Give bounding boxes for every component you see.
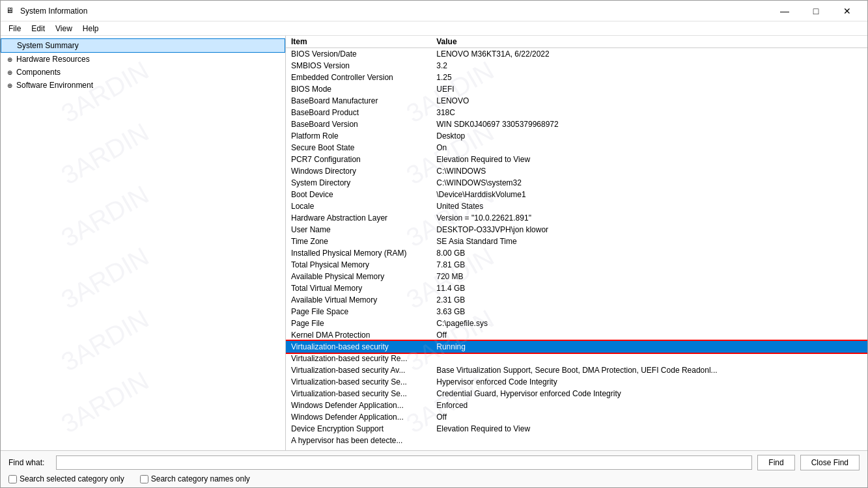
- menu-help[interactable]: Help: [77, 23, 104, 34]
- window-controls: — □ ✕: [770, 1, 862, 21]
- table-row[interactable]: Secure Boot StateOn: [286, 142, 867, 154]
- table-cell-value: [431, 353, 867, 364]
- search-names-checkbox[interactable]: [140, 475, 148, 483]
- table-cell-value: Off: [431, 411, 867, 423]
- table-cell-item: Time Zone: [286, 236, 431, 247]
- table-row[interactable]: A hypervisor has been detecte...: [286, 435, 867, 446]
- minimize-button[interactable]: —: [770, 1, 800, 21]
- table-row[interactable]: Available Physical Memory720 MB: [286, 271, 867, 282]
- table-cell-value: 3.2: [431, 60, 867, 72]
- table-row[interactable]: Page File Space3.63 GB: [286, 306, 867, 318]
- menu-bar: File Edit View Help: [1, 21, 867, 36]
- table-row[interactable]: BaseBoard VersionWIN SDK0J40697 33053799…: [286, 118, 867, 130]
- search-names-label[interactable]: Search category names only: [140, 474, 250, 483]
- search-names-text: Search category names only: [151, 474, 250, 483]
- table-cell-value: On: [431, 142, 867, 154]
- table-row[interactable]: Total Physical Memory7.81 GB: [286, 259, 867, 271]
- table-row[interactable]: Total Virtual Memory11.4 GB: [286, 282, 867, 294]
- table-row[interactable]: Hardware Abstraction LayerVersion = "10.…: [286, 212, 867, 224]
- table-cell-value: 318C: [431, 107, 867, 118]
- menu-edit[interactable]: Edit: [26, 23, 50, 34]
- menu-view[interactable]: View: [50, 23, 77, 34]
- tree-item-hardware-resources[interactable]: ⊕ Hardware Resources: [1, 53, 285, 66]
- table-row[interactable]: Embedded Controller Version1.25: [286, 72, 867, 83]
- table-row[interactable]: Available Virtual Memory2.31 GB: [286, 294, 867, 306]
- table-row[interactable]: Windows Defender Application...Enforced: [286, 400, 867, 411]
- expander-software-environment: ⊕: [5, 80, 15, 90]
- search-selected-checkbox[interactable]: [8, 475, 17, 483]
- menu-file[interactable]: File: [3, 23, 26, 34]
- table-row[interactable]: Kernel DMA ProtectionOff: [286, 329, 867, 341]
- table-row[interactable]: PCR7 ConfigurationElevation Required to …: [286, 154, 867, 165]
- tree-item-system-summary[interactable]: System Summary: [1, 38, 285, 53]
- tree-item-software-environment[interactable]: ⊕ Software Environment: [1, 79, 285, 92]
- table-cell-value: DESKTOP-O33JVPH\jon klowor: [431, 224, 867, 236]
- close-button[interactable]: ✕: [832, 1, 862, 21]
- table-cell-value: United States: [431, 200, 867, 212]
- table-row[interactable]: LocaleUnited States: [286, 200, 867, 212]
- tree-label-components: Components: [16, 68, 281, 77]
- table-cell-item: Available Physical Memory: [286, 271, 431, 282]
- table-cell-item: Page File Space: [286, 306, 431, 318]
- table-cell-item: Available Virtual Memory: [286, 294, 431, 306]
- bottom-bar: Find what: Find Close Find Search select…: [1, 450, 867, 487]
- table-row[interactable]: Time ZoneSE Asia Standard Time: [286, 236, 867, 247]
- table-row[interactable]: Windows Defender Application...Off: [286, 411, 867, 423]
- tree-label-hardware-resources: Hardware Resources: [16, 55, 281, 64]
- table-row[interactable]: Boot Device\Device\HarddiskVolume1: [286, 189, 867, 200]
- table-cell-item: A hypervisor has been detecte...: [286, 435, 431, 446]
- title-bar-left: 🖥 System Information: [6, 6, 87, 16]
- table-cell-item: Total Virtual Memory: [286, 282, 431, 294]
- left-panel: System Summary ⊕ Hardware Resources ⊕ Co…: [1, 36, 286, 450]
- find-input[interactable]: [56, 455, 752, 470]
- table-cell-value: SE Asia Standard Time: [431, 236, 867, 247]
- table-row[interactable]: Virtualization-based security Se...Hyper…: [286, 376, 867, 388]
- table-cell-item: System Directory: [286, 177, 431, 189]
- table-row[interactable]: Virtualization-based security Re...: [286, 353, 867, 364]
- table-cell-item: Locale: [286, 200, 431, 212]
- close-find-button[interactable]: Close Find: [800, 455, 860, 470]
- table-row[interactable]: Virtualization-based security Av...Base …: [286, 364, 867, 376]
- table-row[interactable]: BaseBoard ManufacturerLENOVO: [286, 95, 867, 107]
- table-cell-value: LENOVO: [431, 95, 867, 107]
- table-cell-item: Windows Defender Application...: [286, 411, 431, 423]
- search-selected-text: Search selected category only: [20, 474, 124, 483]
- table-cell-item: Installed Physical Memory (RAM): [286, 247, 431, 259]
- data-table: Item Value BIOS Version/DateLENOVO M36KT…: [286, 36, 867, 446]
- table-cell-value: 7.81 GB: [431, 259, 867, 271]
- table-cell-value: Base Virtualization Support, Secure Boot…: [431, 364, 867, 376]
- table-row[interactable]: Installed Physical Memory (RAM)8.00 GB: [286, 247, 867, 259]
- table-row[interactable]: Windows DirectoryC:\WINDOWS: [286, 165, 867, 177]
- table-row[interactable]: BaseBoard Product318C: [286, 107, 867, 118]
- table-cell-item: Total Physical Memory: [286, 259, 431, 271]
- find-row: Find what: Find Close Find: [8, 455, 860, 470]
- table-row[interactable]: BIOS ModeUEFI: [286, 83, 867, 95]
- table-row[interactable]: SMBIOS Version3.2: [286, 60, 867, 72]
- title-bar: 🖥 System Information — □ ✕: [1, 1, 867, 21]
- maximize-button[interactable]: □: [801, 1, 831, 21]
- table-cell-item: Virtualization-based security Se...: [286, 376, 431, 388]
- table-cell-item: BIOS Mode: [286, 83, 431, 95]
- table-row[interactable]: System DirectoryC:\WINDOWS\system32: [286, 177, 867, 189]
- tree-item-components[interactable]: ⊕ Components: [1, 66, 285, 79]
- table-row[interactable]: Device Encryption SupportElevation Requi…: [286, 423, 867, 435]
- table-cell-value: [431, 435, 867, 446]
- table-row[interactable]: Virtualization-based security Se...Crede…: [286, 388, 867, 400]
- table-row[interactable]: Page FileC:\pagefile.sys: [286, 318, 867, 329]
- checkbox-row: Search selected category only Search cat…: [8, 474, 860, 483]
- app-icon: 🖥: [6, 6, 16, 16]
- col-header-value: Value: [431, 36, 867, 48]
- right-panel-wrapper: Item Value BIOS Version/DateLENOVO M36KT…: [286, 36, 867, 450]
- table-cell-value: 8.00 GB: [431, 247, 867, 259]
- col-header-item: Item: [286, 36, 431, 48]
- expander-hardware-resources: ⊕: [5, 54, 15, 64]
- find-button[interactable]: Find: [757, 455, 794, 470]
- table-row[interactable]: Virtualization-based securityRunning: [286, 341, 867, 353]
- table-row[interactable]: User NameDESKTOP-O33JVPH\jon klowor: [286, 224, 867, 236]
- search-selected-label[interactable]: Search selected category only: [8, 474, 124, 483]
- table-cell-item: BaseBoard Version: [286, 118, 431, 130]
- table-cell-item: Virtualization-based security Se...: [286, 388, 431, 400]
- table-row[interactable]: BIOS Version/DateLENOVO M36KT31A, 6/22/2…: [286, 48, 867, 61]
- tree-label-system-summary: System Summary: [17, 41, 281, 50]
- table-row[interactable]: Platform RoleDesktop: [286, 130, 867, 142]
